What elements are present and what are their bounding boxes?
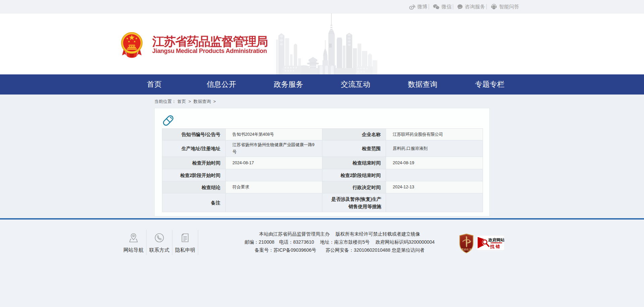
svg-text:找错: 找错 <box>490 244 501 249</box>
svg-text:政府网站: 政府网站 <box>488 238 504 242</box>
svg-text:党政机关: 党政机关 <box>461 248 472 251</box>
